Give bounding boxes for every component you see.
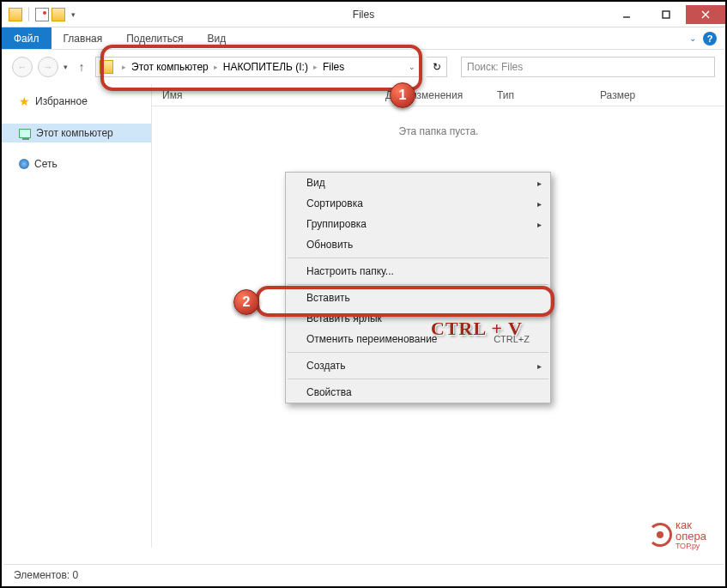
watermark-icon	[648, 523, 672, 547]
tab-home[interactable]: Главная	[51, 27, 115, 49]
tab-share[interactable]: Поделиться	[114, 27, 195, 49]
sidebar-label: Этот компьютер	[36, 127, 113, 139]
menu-paste[interactable]: Вставить	[286, 288, 550, 308]
column-name[interactable]: Имя	[152, 89, 375, 101]
separator	[288, 379, 548, 379]
address-dropdown-icon[interactable]: ⌄	[403, 63, 421, 71]
new-folder-icon[interactable]	[51, 8, 65, 21]
menu-refresh[interactable]: Обновить	[286, 234, 550, 255]
title-bar: ▾ Files	[2, 2, 725, 27]
menu-customize-folder[interactable]: Настроить папку...	[286, 261, 550, 282]
address-bar[interactable]: ▸ Этот компьютер ▸ НАКОПИТЕЛЬ (I:) ▸ Fil…	[95, 57, 421, 77]
svg-rect-1	[663, 11, 669, 18]
column-type[interactable]: Тип	[487, 89, 590, 101]
menu-new[interactable]: Создать	[286, 355, 550, 376]
folder-icon	[100, 60, 113, 74]
separator	[288, 258, 548, 258]
history-dropdown-icon[interactable]: ▾	[64, 63, 68, 71]
network-icon	[19, 159, 29, 169]
help-icon[interactable]: ?	[703, 32, 717, 45]
properties-icon[interactable]	[35, 8, 49, 21]
file-list-area[interactable]: Имя Дата изменения Тип Размер Эта папка …	[152, 84, 725, 548]
search-placeholder: Поиск: Files	[467, 61, 523, 73]
maximize-button[interactable]	[646, 5, 686, 24]
qat-dropdown-icon[interactable]: ▾	[71, 10, 76, 19]
breadcrumb-drive[interactable]: НАКОПИТЕЛЬ (I:)	[223, 61, 308, 73]
window-controls	[607, 5, 725, 24]
sidebar-favorites[interactable]: ★ Избранное	[2, 91, 151, 112]
search-input[interactable]: Поиск: Files	[461, 57, 715, 77]
computer-icon	[19, 129, 31, 138]
watermark-text-3: ТОР.ру	[676, 542, 706, 550]
main-area: ★ Избранное Этот компьютер Сеть Имя Дата…	[2, 84, 725, 548]
context-menu: Вид Сортировка Группировка Обновить Наст…	[285, 172, 551, 403]
status-bar: Элементов: 0	[3, 564, 724, 585]
annotation-badge-1: 1	[390, 82, 415, 108]
annotation-keyboard-shortcut: CTRL + V	[431, 318, 523, 340]
column-headers: Имя Дата изменения Тип Размер	[152, 84, 725, 106]
navigation-pane: ★ Избранное Этот компьютер Сеть	[2, 84, 152, 548]
watermark-text-2: опера	[676, 530, 706, 542]
separator	[28, 8, 29, 21]
sidebar-network[interactable]: Сеть	[2, 155, 151, 173]
chevron-right-icon[interactable]: ▸	[122, 63, 126, 71]
tab-view[interactable]: Вид	[195, 27, 238, 49]
back-button[interactable]: ←	[12, 57, 33, 77]
chevron-right-icon[interactable]: ▸	[313, 63, 318, 71]
menu-properties[interactable]: Свойства	[286, 382, 550, 403]
minimize-button[interactable]	[607, 5, 646, 24]
annotation-badge-2: 2	[233, 289, 259, 315]
menu-sort[interactable]: Сортировка	[286, 193, 550, 214]
separator	[288, 352, 548, 353]
breadcrumb-this-pc[interactable]: Этот компьютер	[131, 61, 209, 73]
column-size[interactable]: Размер	[590, 89, 658, 101]
forward-button[interactable]: →	[38, 57, 58, 77]
empty-folder-message: Эта папка пуста.	[152, 125, 725, 137]
menu-view[interactable]: Вид	[286, 173, 550, 193]
window-title: Files	[353, 9, 374, 21]
expand-ribbon-icon[interactable]: ⌄	[689, 33, 696, 43]
status-item-count: Элементов: 0	[14, 569, 78, 581]
folder-icon[interactable]	[9, 8, 22, 21]
navigation-bar: ← → ▾ ↑ ▸ Этот компьютер ▸ НАКОПИТЕЛЬ (I…	[2, 50, 725, 84]
quick-access-toolbar: ▾	[2, 8, 76, 21]
menu-group[interactable]: Группировка	[286, 214, 550, 234]
ribbon: Файл Главная Поделиться Вид ⌄ ?	[2, 27, 725, 50]
separator	[288, 284, 548, 285]
breadcrumb-folder[interactable]: Files	[323, 61, 344, 73]
sidebar-this-pc[interactable]: Этот компьютер	[2, 124, 151, 142]
refresh-button[interactable]: ↻	[427, 57, 447, 77]
file-tab[interactable]: Файл	[2, 27, 51, 49]
sidebar-label: Сеть	[34, 158, 58, 170]
chevron-right-icon[interactable]: ▸	[214, 63, 218, 71]
close-button[interactable]	[686, 5, 725, 24]
up-button[interactable]: ↑	[73, 58, 90, 76]
sidebar-label: Избранное	[35, 95, 88, 107]
star-icon: ★	[19, 94, 30, 108]
watermark: как опера ТОР.ру	[648, 519, 706, 550]
